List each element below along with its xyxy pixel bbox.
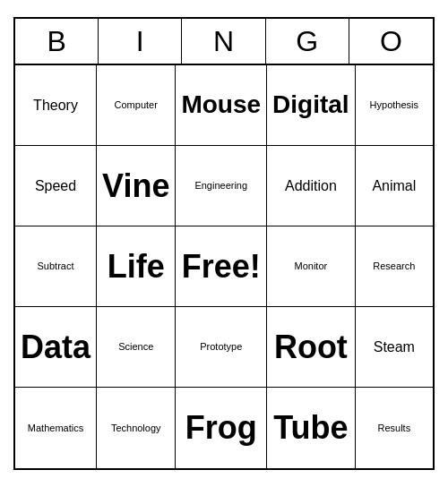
bingo-cell: Subtract [15,226,97,307]
bingo-cell: Data [15,307,97,388]
header-letter: I [99,19,182,64]
bingo-cell: Vine [97,146,176,226]
bingo-grid: TheoryComputerMouseDigitalHypothesisSpee… [15,65,433,468]
bingo-header: BINGO [15,19,433,65]
bingo-cell: Root [267,307,356,388]
bingo-cell: Prototype [176,307,267,388]
header-letter: O [349,19,433,64]
bingo-cell: Monitor [267,226,356,307]
bingo-cell: Results [356,388,433,468]
bingo-cell: Free! [176,226,267,307]
bingo-cell: Theory [15,65,97,146]
bingo-cell: Mouse [176,65,267,146]
bingo-cell: Computer [97,65,176,146]
bingo-cell: Mathematics [15,388,97,468]
header-letter: B [15,19,99,64]
bingo-cell: Digital [267,65,356,146]
header-letter: N [182,19,265,64]
bingo-cell: Animal [356,146,433,226]
bingo-cell: Addition [267,146,356,226]
bingo-cell: Engineering [176,146,267,226]
bingo-cell: Speed [15,146,97,226]
bingo-cell: Tube [267,388,356,468]
bingo-cell: Science [97,307,176,388]
bingo-cell: Life [97,226,176,307]
bingo-cell: Frog [176,388,267,468]
bingo-cell: Research [356,226,433,307]
header-letter: G [266,19,349,64]
bingo-cell: Steam [356,307,433,388]
bingo-cell: Technology [97,388,176,468]
bingo-card: BINGO TheoryComputerMouseDigitalHypothes… [13,17,435,470]
bingo-cell: Hypothesis [356,65,433,146]
